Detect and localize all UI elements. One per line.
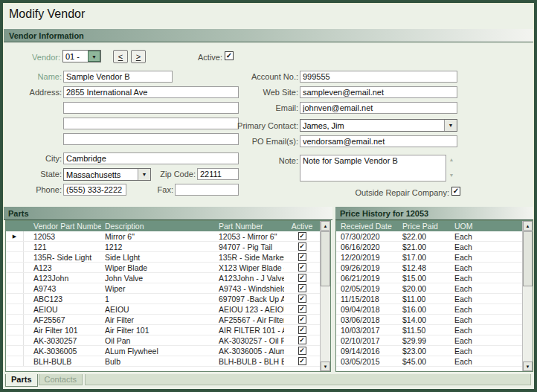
address-line1-field[interactable] — [63, 86, 239, 98]
web-site-field[interactable] — [300, 86, 457, 98]
city-field[interactable] — [63, 152, 239, 164]
scrollbar-down-icon[interactable]: ▼ — [523, 362, 533, 371]
row-selector-icon[interactable] — [6, 242, 24, 251]
price-history-table-row[interactable]: 11/15/2018 $11.00 Each — [336, 294, 522, 304]
active-row-checkbox[interactable] — [298, 326, 306, 334]
address-line2-field[interactable] — [63, 102, 239, 114]
row-selector-icon[interactable] — [6, 346, 24, 356]
parts-table-row[interactable]: AK-3036005 ALum Flywheel AK-3036005 - Al… — [6, 346, 320, 356]
po-emails-field[interactable] — [300, 135, 457, 147]
price-history-table-row[interactable]: 09/04/2018 $16.00 Each — [336, 304, 522, 315]
price-history-table-row[interactable]: 07/30/2020 $22.00 Each — [336, 231, 522, 242]
email-field[interactable] — [300, 102, 457, 114]
tab-contacts[interactable]: Contacts — [39, 374, 83, 385]
scrollbar-down-icon[interactable]: ▼ — [321, 362, 330, 371]
col-price-paid[interactable]: Price Paid — [399, 221, 451, 231]
parts-table-row[interactable]: ▶ 12053 Mirror 6" 12053 - Mirror 6" — [6, 231, 320, 242]
active-row-checkbox[interactable] — [298, 242, 306, 251]
scrollbar-up-icon[interactable]: ▲ — [523, 221, 533, 231]
price-history-table-row[interactable]: 03/06/2018 $14.00 Each — [336, 315, 522, 325]
row-selector-icon[interactable]: ▶ — [6, 231, 24, 241]
row-selector-icon[interactable] — [6, 304, 24, 314]
cell-price-paid: $17.00 — [399, 252, 451, 262]
address-line3-field[interactable] — [63, 118, 239, 129]
row-selector-icon[interactable] — [6, 294, 24, 303]
col-description[interactable]: Description — [101, 221, 213, 231]
fax-field[interactable] — [175, 184, 239, 196]
price-history-table-row[interactable]: 02/10/2017 $29.99 Each — [336, 335, 522, 346]
active-row-checkbox[interactable] — [298, 347, 306, 355]
price-history-vertical-scrollbar[interactable]: ▲ ▼ — [522, 221, 533, 371]
parts-vertical-scrollbar[interactable]: ▲ ▼ — [320, 221, 330, 371]
chevron-down-icon[interactable]: ▼ — [444, 120, 457, 131]
parts-table-row[interactable]: A9743 Wiper A9743 - Windshield W — [6, 283, 320, 294]
price-history-table-row[interactable]: 06/16/2020 $21.00 Each — [336, 242, 522, 252]
price-history-table-row[interactable]: 12/20/2019 $17.00 Each — [336, 252, 522, 263]
price-history-scrollbar-thumb[interactable] — [523, 231, 533, 286]
primary-contact-combobox[interactable]: James, Jim ▼ — [300, 119, 457, 132]
price-history-table-row[interactable]: 03/05/2015 $45.00 Each — [336, 356, 522, 367]
parts-table-row[interactable]: Air Filter 101 Air Filter 101 AIR FILTER… — [6, 325, 320, 335]
note-textarea[interactable]: Note for Sample Vendor B — [300, 155, 446, 181]
parts-table-row[interactable]: 121 1212 94707 - Pig Tail — [6, 242, 320, 252]
cell-description: 1 — [101, 294, 213, 303]
active-row-checkbox[interactable] — [298, 315, 306, 324]
row-selector-icon[interactable] — [6, 315, 24, 324]
price-history-grid-body: 07/30/2020 $22.00 Each 06/16/2020 $21.00… — [336, 231, 522, 371]
tab-parts[interactable]: Parts — [5, 374, 38, 387]
parts-table-row[interactable]: AK-3030257 Oil Pan AK-3030257 - Oil Pan — [6, 335, 320, 346]
vendor-combobox[interactable]: 01 - ▼ — [62, 50, 101, 62]
price-history-table-row[interactable]: 06/21/2019 $15.00 Each — [336, 273, 522, 283]
active-row-checkbox[interactable] — [298, 305, 306, 313]
zip-code-field[interactable] — [197, 168, 239, 180]
active-row-checkbox[interactable] — [298, 232, 306, 240]
price-history-table-row[interactable]: 09/26/2019 $12.48 Each — [336, 263, 522, 273]
parts-table-row[interactable]: AEIOU AEIOU AEIOU 123 - AEIOU 1 — [6, 304, 320, 315]
row-selector-icon[interactable] — [6, 356, 24, 366]
scrollbar-up-icon[interactable]: ▲ — [321, 221, 330, 231]
parts-table-row[interactable]: BLH-BULB Bulb BLH-BULB - BLH BUL — [6, 356, 320, 367]
parts-table-row[interactable]: A123John John Valve A123John - J Valve — [6, 273, 320, 283]
active-row-checkbox[interactable] — [298, 336, 306, 344]
col-received-date[interactable]: Received Date — [336, 221, 399, 231]
active-row-checkbox[interactable] — [298, 357, 306, 365]
active-row-checkbox[interactable] — [298, 295, 306, 303]
phone-field[interactable] — [63, 184, 126, 196]
active-checkbox[interactable] — [225, 51, 234, 60]
outside-repair-company-checkbox[interactable] — [451, 187, 460, 196]
active-row-checkbox[interactable] — [298, 253, 306, 261]
parts-table-row[interactable]: ABC123 1 697097 -Back Up Alar — [6, 294, 320, 304]
active-row-checkbox[interactable] — [298, 284, 306, 292]
price-history-table-row[interactable]: 02/05/2019 $20.00 Each — [336, 283, 522, 294]
name-field[interactable] — [63, 71, 173, 83]
col-vendor-part-number[interactable]: Vendor Part Number — [24, 221, 101, 231]
price-history-table-row[interactable]: 10/03/2017 $11.50 Each — [336, 325, 522, 335]
chevron-down-icon[interactable]: ▼ — [88, 51, 100, 62]
state-combobox[interactable]: Massachusetts ▼ — [63, 168, 151, 181]
scroll-up-icon[interactable]: ▲ — [448, 157, 455, 162]
row-selector-icon[interactable] — [6, 273, 24, 283]
active-row-checkbox[interactable] — [298, 274, 306, 282]
col-uom[interactable]: UOM — [451, 221, 522, 231]
row-selector-icon[interactable] — [6, 283, 24, 293]
scroll-down-icon[interactable]: ▼ — [448, 173, 455, 178]
state-label: State: — [17, 170, 62, 179]
parts-table-row[interactable]: AF25567 Air Filter AF25567 - Air Filter — [6, 315, 320, 325]
row-selector-icon[interactable] — [6, 263, 24, 272]
col-active[interactable]: Active — [284, 221, 320, 231]
parts-table-row[interactable]: 135R- Side Light Side LIght 135R - Side … — [6, 252, 320, 263]
previous-vendor-button[interactable]: < — [113, 50, 128, 63]
parts-scrollbar-thumb[interactable] — [321, 231, 330, 286]
chevron-down-icon[interactable]: ▼ — [138, 169, 150, 180]
vendor-combobox-value: 01 - — [63, 51, 88, 62]
next-vendor-button[interactable]: > — [131, 50, 146, 63]
row-selector-icon[interactable] — [6, 335, 24, 345]
row-selector-icon[interactable] — [6, 325, 24, 335]
account-no-field[interactable] — [300, 71, 457, 83]
active-row-checkbox[interactable] — [298, 263, 306, 271]
address-line4-field[interactable] — [63, 133, 239, 145]
row-selector-icon[interactable] — [6, 252, 24, 262]
price-history-table-row[interactable]: 09/14/2016 $23.00 Each — [336, 346, 522, 356]
parts-table-row[interactable]: A123 Wiper Blade X123 Wiper Blade - W — [6, 263, 320, 273]
col-part-number[interactable]: Part Number — [213, 221, 284, 231]
